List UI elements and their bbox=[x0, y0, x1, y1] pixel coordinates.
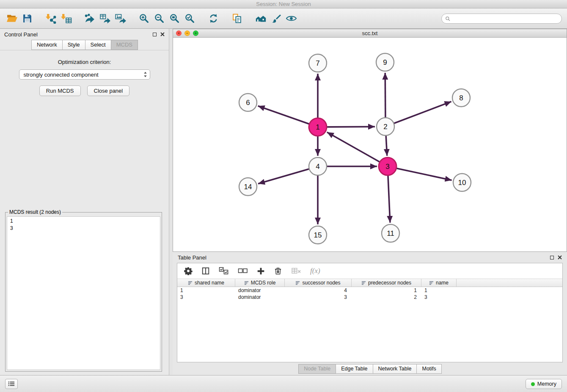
table-panel-body: f(x) shared name MCDS role bbox=[177, 263, 563, 362]
column-header-predecessor-nodes[interactable]: predecessor nodes bbox=[352, 279, 421, 287]
trash-icon bbox=[274, 267, 282, 275]
table-row[interactable]: 1 dominator 4 1 1 bbox=[177, 287, 562, 294]
table-panel-tabs: Node Table Edge Table Network Table Moti… bbox=[173, 362, 567, 375]
home-icon bbox=[255, 13, 267, 24]
delete-row-button[interactable] bbox=[274, 267, 282, 275]
function-builder-button[interactable]: f(x) bbox=[310, 267, 320, 275]
add-column-button[interactable] bbox=[257, 267, 265, 275]
float-panel-icon[interactable] bbox=[153, 33, 157, 36]
table-settings-button[interactable] bbox=[184, 267, 193, 275]
graph-edge-1-6[interactable] bbox=[258, 106, 310, 124]
status-menu-button[interactable] bbox=[5, 379, 18, 389]
cell-shared-name[interactable]: 1 bbox=[177, 287, 235, 293]
graph-edge-4-14[interactable] bbox=[258, 169, 309, 184]
zoom-in-button[interactable] bbox=[136, 11, 151, 26]
export-network-button[interactable] bbox=[82, 11, 97, 26]
export-image-button[interactable] bbox=[113, 11, 128, 26]
columns-icon bbox=[201, 267, 210, 275]
cell-predecessor-nodes[interactable]: 2 bbox=[352, 294, 421, 300]
graph-edge-2-8[interactable] bbox=[394, 102, 451, 124]
cell-mcds-role[interactable]: dominator bbox=[235, 287, 285, 293]
apply-layout-button[interactable] bbox=[253, 11, 268, 26]
zoom-fit-button[interactable] bbox=[167, 11, 182, 26]
select-stepper-icon bbox=[143, 71, 148, 78]
tab-network-table[interactable]: Network Table bbox=[373, 364, 417, 374]
column-header-shared-name[interactable]: shared name bbox=[177, 279, 235, 287]
graph-node-label: 15 bbox=[314, 231, 322, 239]
tab-mcds[interactable]: MCDS bbox=[111, 40, 138, 50]
graph-node-label: 7 bbox=[316, 59, 319, 67]
clone-network-button[interactable] bbox=[229, 11, 245, 26]
search-input[interactable] bbox=[453, 15, 558, 22]
zoom-selected-icon bbox=[184, 13, 195, 24]
run-mcds-button[interactable]: Run MCDS bbox=[39, 86, 81, 96]
graph-edge-2-3[interactable] bbox=[386, 135, 387, 156]
close-panel-button[interactable]: Close panel bbox=[87, 86, 130, 96]
column-edit-icon bbox=[295, 281, 300, 285]
deselect-all-button[interactable] bbox=[238, 267, 248, 275]
network-graph[interactable]: 7968124314101511 bbox=[173, 38, 567, 251]
column-header-successor-nodes[interactable]: successor nodes bbox=[285, 279, 352, 287]
show-columns-button[interactable] bbox=[201, 267, 210, 275]
control-panel-tabs: Network Style Select MCDS bbox=[0, 40, 169, 50]
cell-successor-nodes[interactable]: 3 bbox=[285, 294, 352, 300]
cell-mcds-role[interactable]: dominator bbox=[235, 294, 285, 300]
cell-predecessor-nodes[interactable]: 1 bbox=[352, 287, 421, 293]
delete-column-button[interactable] bbox=[291, 267, 301, 275]
control-panel-close-icon[interactable] bbox=[160, 32, 165, 36]
refresh-button[interactable] bbox=[206, 11, 221, 26]
tab-node-table[interactable]: Node Table bbox=[298, 364, 336, 374]
close-window-button[interactable] bbox=[176, 30, 182, 36]
graph-node-label: 9 bbox=[383, 58, 387, 66]
cell-name[interactable]: 1 bbox=[421, 287, 457, 293]
tab-network[interactable]: Network bbox=[31, 40, 63, 50]
apply-style-button[interactable] bbox=[268, 11, 284, 26]
graph-edge-3-10[interactable] bbox=[396, 168, 452, 180]
float-table-panel-icon[interactable] bbox=[550, 256, 554, 259]
open-folder-icon bbox=[6, 13, 18, 24]
tab-edge-table[interactable]: Edge Table bbox=[336, 364, 373, 374]
minimize-window-button[interactable] bbox=[184, 30, 190, 36]
cell-name[interactable]: 3 bbox=[421, 294, 457, 300]
network-view-window: scc.txt 7968124314101511 bbox=[173, 29, 567, 252]
plus-icon bbox=[257, 267, 265, 275]
show-hide-button[interactable] bbox=[284, 11, 299, 26]
table-toolbar: f(x) bbox=[177, 263, 562, 279]
maximize-window-button[interactable] bbox=[193, 30, 198, 36]
column-edit-icon bbox=[244, 281, 249, 285]
control-panel-title: Control Panel bbox=[4, 31, 38, 38]
eye-icon bbox=[286, 13, 297, 24]
optimization-criterion-select[interactable]: strongly connected component bbox=[19, 69, 150, 80]
cell-shared-name[interactable]: 3 bbox=[177, 294, 235, 300]
mcds-result-list[interactable]: 1 3 bbox=[7, 216, 160, 370]
column-header-mcds-role[interactable]: MCDS role bbox=[235, 279, 285, 287]
graph-edge-1-2[interactable] bbox=[327, 127, 375, 127]
column-edit-icon bbox=[188, 281, 193, 285]
graph-node-label: 4 bbox=[316, 163, 319, 171]
tab-motifs[interactable]: Motifs bbox=[416, 364, 441, 374]
graph-edge-3-1[interactable] bbox=[327, 132, 380, 162]
table-header-row: shared name MCDS role successor nodes bbox=[177, 279, 562, 287]
table-row[interactable]: 3 dominator 3 2 3 bbox=[177, 294, 562, 301]
import-network-button[interactable] bbox=[43, 11, 58, 26]
memory-button[interactable]: Memory bbox=[526, 379, 562, 389]
tab-select[interactable]: Select bbox=[85, 40, 111, 50]
import-table-button[interactable] bbox=[58, 11, 74, 26]
column-header-name[interactable]: name bbox=[421, 279, 457, 287]
tab-style[interactable]: Style bbox=[62, 40, 85, 50]
search-icon bbox=[445, 16, 451, 22]
save-session-button[interactable] bbox=[19, 11, 35, 26]
zoom-out-button[interactable] bbox=[151, 11, 167, 26]
network-window-titlebar[interactable]: scc.txt bbox=[173, 29, 567, 38]
export-network-icon bbox=[84, 13, 96, 24]
graph-edge-2-9[interactable] bbox=[385, 73, 385, 118]
window-titlebar: Session: New Session bbox=[0, 0, 567, 8]
cell-successor-nodes[interactable]: 4 bbox=[285, 287, 352, 293]
open-file-button[interactable] bbox=[4, 11, 19, 26]
table-panel-close-icon[interactable] bbox=[558, 255, 562, 259]
graph-edge-3-11[interactable] bbox=[388, 175, 390, 223]
export-table-button[interactable] bbox=[97, 11, 113, 26]
select-all-button[interactable] bbox=[219, 267, 229, 275]
zoom-out-icon bbox=[154, 13, 165, 24]
zoom-selected-button[interactable] bbox=[182, 11, 197, 26]
